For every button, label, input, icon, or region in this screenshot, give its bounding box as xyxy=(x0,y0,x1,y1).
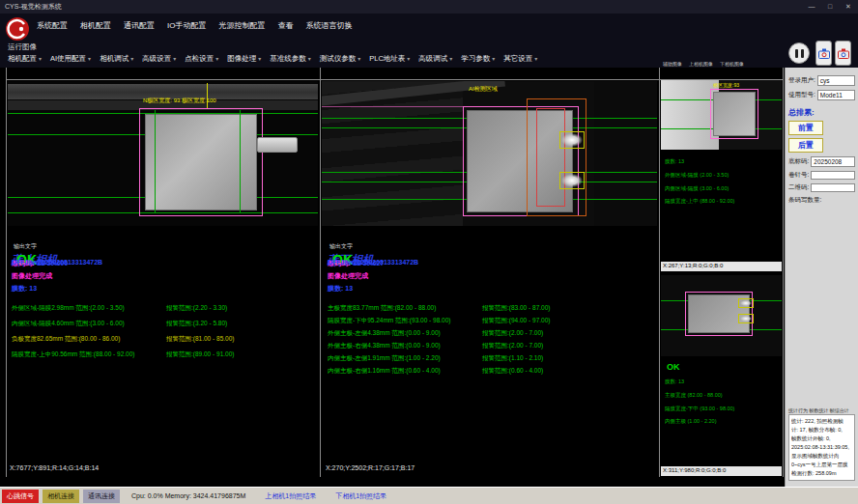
camera-image-center: AI检测区域 xyxy=(322,81,657,226)
detected-feature-box xyxy=(559,131,585,149)
status-badge: OK xyxy=(667,362,680,372)
measurement-row: 外侧区域-隔膜2.98mm 范围:(2.00 - 3.50)报警范围:(2.20… xyxy=(12,304,316,313)
aux-label-2: 上相机图像 xyxy=(689,61,713,67)
tool-ai-config[interactable]: AI使用配置 xyxy=(50,54,91,64)
login-user-label: 登录用户: xyxy=(788,76,815,85)
camera-icon xyxy=(818,48,830,59)
process-text: 图像处理完成 xyxy=(328,271,656,281)
measure-line-vertical xyxy=(155,110,156,212)
output-text-label: 输出文字 xyxy=(329,242,656,251)
tool-test-params[interactable]: 测试仪参数 xyxy=(320,54,361,64)
qr-code-value xyxy=(811,183,855,192)
tool-camera-config[interactable]: 相机配置 xyxy=(8,54,42,64)
model-row: 使用型号: Mode11 xyxy=(788,90,855,100)
left-camera-info: 输出文字 蓝上相机OK 条码码: DFFJiiw2025020813313472… xyxy=(12,242,316,366)
menu-item-io-manual[interactable]: IO手动配置 xyxy=(167,20,206,31)
measurement-row: 内侧主极-左侧1.91mm 范围:(1.00 - 2.20)报警范围:(1.10… xyxy=(328,354,656,363)
upper-camera-result-link[interactable]: 上相机1拍照结果 xyxy=(265,491,316,501)
measurement-row: 主极宽度83.77mm 范围:(82.00 - 88.00)报警范围:(83.0… xyxy=(328,304,656,313)
overlay-ai-region-text: AI检测区域 xyxy=(469,85,498,94)
tool-advanced-debug[interactable]: 高级调试 xyxy=(418,54,452,64)
statistics-box: 统计: 222, 拍照检测帧 计: 17, 帧数分布帧: 0, 帧数统计外帧: … xyxy=(788,414,855,481)
measurement-list: 主极宽度83.77mm 范围:(82.00 - 88.00)报警范围:(83.0… xyxy=(328,304,656,376)
tool-advanced-settings[interactable]: 高级设置 xyxy=(142,54,176,64)
menu-item-system-config[interactable]: 系统配置 xyxy=(37,20,68,31)
bright-feature xyxy=(561,133,583,147)
roi-line-pink xyxy=(322,106,463,107)
total-label: 总排累: xyxy=(788,107,855,118)
measurement-row-warning: 负极宽度82.65mm 范围:(80.00 - 86.00)报警范围:(81.0… xyxy=(12,335,316,344)
barcode-count-label: 条码写数量: xyxy=(788,196,821,205)
measurement-row: 隔膜宽度-上中90.56mm 范围:(88.00 - 92.00)报警范围:(8… xyxy=(12,350,316,359)
status-box-1: 前置 xyxy=(788,121,823,135)
measurement-row: 外侧主极-右侧4.38mm 范围:(0.00 - 9.00)报警范围:(2.00… xyxy=(328,342,656,350)
tool-other-settings[interactable]: 其它设置 xyxy=(503,54,537,64)
aux-camera-image-2 xyxy=(661,275,782,356)
login-user-row: 登录用户: cys xyxy=(788,75,855,86)
needle-number-value xyxy=(811,171,855,180)
process-text: 图像处理完成 xyxy=(12,271,316,281)
app-logo xyxy=(5,16,30,42)
camera-button-2[interactable] xyxy=(835,41,851,66)
tool-plc-table[interactable]: PLC地址表 xyxy=(369,54,410,64)
film-count-text: 膜数: 13 xyxy=(12,284,316,294)
pause-icon xyxy=(795,49,798,58)
center-camera-info: 输出文字 蓝下相机OK 条码码: DFFJiiw2025020813313472… xyxy=(328,242,656,379)
overlay-measure-text: 极区宽度:93 xyxy=(713,82,739,88)
base-code-label: 底标码: xyxy=(788,157,809,166)
window-title: CYS-视觉检测系统 xyxy=(5,2,62,12)
pixel-coords-readout: X:267;Y:13;R:0;G:0;B:0 xyxy=(661,262,782,271)
camera-image-left: N极区宽度: 93 极区宽度:100 xyxy=(8,81,318,226)
status-box-2: 后置 xyxy=(788,138,823,153)
aux-camera-column: 极区宽度:93 膜数: 13 外侧区域-隔膜 (2.00 - 3.50) 内侧区… xyxy=(660,80,783,476)
needle-number-row: 卷针号: xyxy=(788,171,855,180)
measure-line-vertical xyxy=(240,110,241,212)
aux-result-lines: 膜数: 13 主极宽度 (82.00 - 88.00) 隔膜宽度-下中 (93.… xyxy=(665,376,734,429)
aux-camera-panel-1: 极区宽度:93 膜数: 13 外侧区域-隔膜 (2.00 - 3.50) 内侧区… xyxy=(661,80,782,271)
camera-button-1[interactable] xyxy=(815,41,832,66)
tool-learning-params[interactable]: 学习参数 xyxy=(461,54,495,64)
camera-connection-indicator: 相机连接 xyxy=(43,490,79,503)
tool-image-processing[interactable]: 图像处理 xyxy=(227,54,261,64)
tool-baseline-params[interactable]: 基准线参数 xyxy=(270,54,311,64)
bright-feature xyxy=(740,300,752,306)
measurement-row: 内侧区域-隔膜4.60mm 范围:(3.00 - 6.00)报警范围:(3.20… xyxy=(12,320,316,328)
menu-item-light-control[interactable]: 光源控制配置 xyxy=(218,20,265,31)
pixel-coords-readout: X:7677;Y:891;R:14;G:14;B:14 xyxy=(10,464,99,471)
left-camera-panel: N极区宽度: 93 极区宽度:100 输出文字 蓝上相机OK 条码码: DFFJ… xyxy=(7,80,319,476)
pause-button[interactable] xyxy=(788,42,810,64)
statistics-block: 统计行为 帧数统计 帧综合计 统计: 222, 拍照检测帧 计: 17, 帧数分… xyxy=(788,407,855,481)
bright-feature xyxy=(561,174,583,187)
aux-label-3: 下相机图像 xyxy=(720,61,744,67)
maximize-icon[interactable]: □ xyxy=(825,3,835,11)
tool-camera-debug[interactable]: 相机调试 xyxy=(100,54,133,64)
close-icon[interactable]: ✕ xyxy=(844,3,853,11)
minimize-icon[interactable]: — xyxy=(807,3,816,11)
info-sidebar: 登录用户: cys 使用型号: Mode11 总排累: 前置 后置 底标码: 2… xyxy=(785,68,858,487)
menu-item-view[interactable]: 查看 xyxy=(277,20,293,31)
base-code-value: 20250208 xyxy=(811,156,855,167)
heartbeat-indicator: 心跳信号 xyxy=(2,490,39,503)
divider xyxy=(783,68,784,477)
output-text-label: 输出文字 xyxy=(14,242,316,251)
center-camera-panel: AI检测区域 输出文字 蓝下相机OK 条码码: DFFJiiw202502081… xyxy=(321,80,658,476)
camera-icon xyxy=(838,48,849,59)
aux-camera-panel-2: OK 膜数: 13 主极宽度 (82.00 - 88.00) 隔膜宽度-下中 (… xyxy=(661,275,782,476)
menu-item-camera-config[interactable]: 相机配置 xyxy=(80,20,111,31)
lower-camera-result-link[interactable]: 下相机1拍照结果 xyxy=(335,491,386,501)
menu-item-comm-config[interactable]: 通讯配置 xyxy=(124,20,155,31)
tab-run-image[interactable]: 运行图像 xyxy=(8,42,37,52)
menu-item-language[interactable]: 系统语言切换 xyxy=(305,20,352,31)
main-menu: 系统配置 相机配置 通讯配置 IO手动配置 光源控制配置 查看 系统语言切换 xyxy=(37,20,352,31)
tool-spot-check[interactable]: 点检设置 xyxy=(185,54,218,64)
barcode-value: DFFJiiw2025020813313472B xyxy=(328,259,418,266)
cpu-memory-readout: Cpu: 0.0% Memory: 3424.41796875M xyxy=(131,492,245,499)
barcode-count-row: 条码写数量: xyxy=(788,196,855,205)
detected-feature-box xyxy=(559,172,585,189)
base-code-row: 底标码: 20250208 xyxy=(788,156,855,167)
aux-panel-header: 辅助图像 上相机图像 下相机图像 xyxy=(663,61,783,67)
toolbar: 相机配置 AI使用配置 相机调试 高级设置 点检设置 图像处理 基准线参数 测试… xyxy=(8,54,537,64)
model-label: 使用型号: xyxy=(788,91,815,99)
roi-rect-pink xyxy=(139,108,263,216)
comm-connection-indicator: 通讯连接 xyxy=(83,490,120,503)
